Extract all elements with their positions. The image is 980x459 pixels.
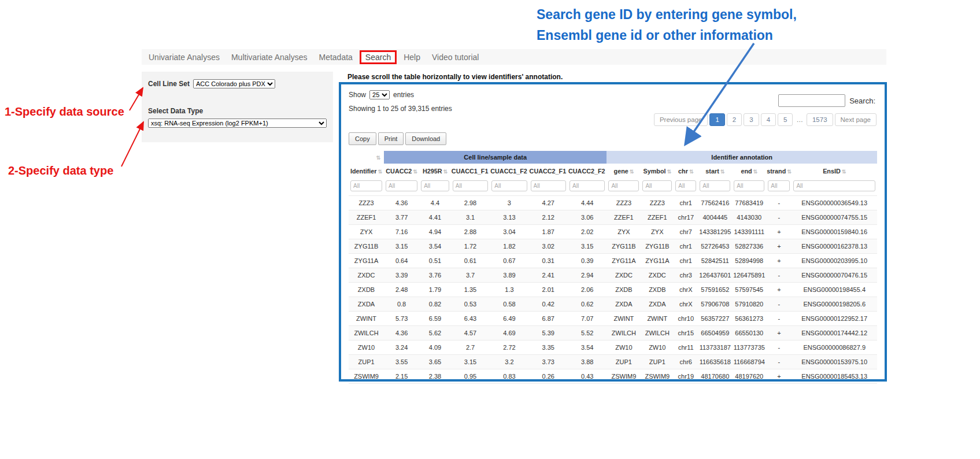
export-buttons: CopyPrintDownload bbox=[349, 132, 877, 145]
data-type-select[interactable]: xsq: RNA-seq Expression (log2 FPKM+1) bbox=[148, 119, 327, 128]
column-header-h295r[interactable]: H295R⇅ bbox=[419, 164, 451, 179]
copy-button[interactable]: Copy bbox=[349, 132, 376, 145]
annotation-step1: 1-Specify data source bbox=[5, 105, 124, 119]
table-row[interactable]: ZZEF13.774.413.13.132.123.06ZZEF1ZZEF1ch… bbox=[349, 210, 877, 225]
filter-input-start[interactable] bbox=[700, 180, 730, 191]
cell-cuacc2: 3.55 bbox=[384, 355, 419, 369]
column-label: Symbol bbox=[644, 168, 666, 175]
filter-input-strand[interactable] bbox=[768, 180, 790, 191]
column-header-cuacc2-f2[interactable]: CUACC2_F2⇅ bbox=[568, 164, 607, 179]
cell-gene: ZXDA bbox=[607, 297, 641, 312]
cell-symbol: ZZEF1 bbox=[641, 210, 674, 225]
cell-chr: chr10 bbox=[674, 312, 698, 326]
table-search-input[interactable] bbox=[778, 94, 845, 107]
page-button-2[interactable]: 2 bbox=[727, 113, 742, 126]
table-row[interactable]: ZYG11B3.153.541.721.823.023.15ZYG11BZYG1… bbox=[349, 239, 877, 254]
cell-cuacc1-f1: 6.43 bbox=[451, 312, 490, 326]
table-row[interactable]: ZWILCH4.365.624.574.695.395.52ZWILCHZWIL… bbox=[349, 326, 877, 340]
column-header-end[interactable]: end⇅ bbox=[732, 164, 766, 179]
column-label: Identifier bbox=[350, 168, 377, 175]
filter-input-cuacc2[interactable] bbox=[386, 180, 417, 191]
cell-h295r: 2.38 bbox=[419, 369, 451, 384]
filter-input-cuacc2-f1[interactable] bbox=[531, 180, 566, 191]
column-header-cuacc1-f1[interactable]: CUACC1_F1⇅ bbox=[451, 164, 490, 179]
cell-cuacc2: 3.39 bbox=[384, 268, 419, 283]
cell-chr: chr11 bbox=[674, 340, 698, 355]
filter-input-identifier[interactable] bbox=[350, 180, 382, 191]
table-row[interactable]: ZW103.244.092.72.723.353.54ZW10ZW10chr11… bbox=[349, 340, 877, 355]
page-length-select[interactable]: 25 bbox=[369, 90, 390, 99]
cell-cuacc2-f1: 4.27 bbox=[529, 196, 568, 210]
column-header-symbol[interactable]: Symbol⇅ bbox=[641, 164, 674, 179]
next-page-button[interactable]: Next page bbox=[835, 113, 877, 126]
sort-icon[interactable]: ⇅ bbox=[376, 155, 381, 161]
page-button-1[interactable]: 1 bbox=[709, 113, 724, 126]
cell-gene: ZZEF1 bbox=[607, 210, 641, 225]
column-label: CUACC2_F1 bbox=[530, 168, 567, 175]
cell-identifier: ZXDB bbox=[349, 283, 384, 297]
nav-item-metadata[interactable]: Metadata bbox=[313, 51, 358, 64]
column-header-identifier[interactable]: Identifier⇅ bbox=[349, 164, 384, 179]
cell-start: 126437601 bbox=[698, 268, 732, 283]
filter-input-end[interactable] bbox=[734, 180, 764, 191]
table-row[interactable]: ZXDB2.481.791.351.32.012.06ZXDBZXDBchrX5… bbox=[349, 283, 877, 297]
page-button-4[interactable]: 4 bbox=[761, 113, 776, 126]
cell-cuacc1-f2: 3.89 bbox=[490, 268, 528, 283]
cell-cuacc2: 5.73 bbox=[384, 312, 419, 326]
sort-icon: ⇅ bbox=[753, 169, 758, 175]
filter-cell-cuacc1-f1 bbox=[451, 179, 490, 196]
column-header-cuacc1-f2[interactable]: CUACC1_F2⇅ bbox=[490, 164, 528, 179]
column-header-chr[interactable]: chr⇅ bbox=[674, 164, 698, 179]
download-button[interactable]: Download bbox=[405, 132, 446, 145]
cell-strand: - bbox=[766, 210, 792, 225]
sort-icon: ⇅ bbox=[413, 169, 417, 175]
filter-input-h295r[interactable] bbox=[421, 180, 449, 191]
table-row[interactable]: ZYX7.164.942.883.041.872.02ZYXZYXchr7143… bbox=[349, 225, 877, 239]
nav-item-multivariate-analyses[interactable]: Multivariate Analyses bbox=[225, 51, 313, 64]
filter-cell-cuacc2-f2 bbox=[568, 179, 607, 196]
nav-item-video-tutorial[interactable]: Video tutorial bbox=[426, 51, 485, 64]
cell-h295r: 1.79 bbox=[419, 283, 451, 297]
cell-end: 52827336 bbox=[732, 239, 766, 254]
nav-item-univariate-analyses[interactable]: Univariate Analyses bbox=[143, 51, 225, 64]
column-header-cuacc2[interactable]: CUACC2⇅ bbox=[384, 164, 419, 179]
sort-icon: ⇅ bbox=[528, 169, 529, 175]
filter-input-cuacc2-f2[interactable] bbox=[569, 180, 605, 191]
column-label: end bbox=[741, 168, 752, 175]
filter-input-cuacc1-f2[interactable] bbox=[491, 180, 527, 191]
table-row[interactable]: ZUP13.553.653.153.23.733.88ZUP1ZUP1chr61… bbox=[349, 355, 877, 369]
cell-cuacc2-f2: 2.02 bbox=[568, 225, 607, 239]
cell-symbol: ZUP1 bbox=[641, 355, 674, 369]
cell-line-set-select[interactable]: ACC Colorado plus PDX bbox=[193, 79, 275, 88]
filter-input-chr[interactable] bbox=[675, 180, 696, 191]
cell-end: 56361273 bbox=[732, 312, 766, 326]
results-table: ⇅Cell line/sample dataIdentifier annotat… bbox=[349, 151, 877, 384]
column-header-start[interactable]: start⇅ bbox=[698, 164, 732, 179]
column-label: start bbox=[705, 168, 719, 175]
filter-input-ensid[interactable] bbox=[793, 180, 875, 191]
filter-input-symbol[interactable] bbox=[642, 180, 672, 191]
page-button-3[interactable]: 3 bbox=[744, 113, 759, 126]
table-row[interactable]: ZZZ34.364.42.9834.274.44ZZZ3ZZZ3chr17756… bbox=[349, 196, 877, 210]
table-row[interactable]: ZXDC3.393.763.73.892.412.94ZXDCZXDCchr31… bbox=[349, 268, 877, 283]
nav-item-help[interactable]: Help bbox=[398, 51, 426, 64]
filter-cell-h295r bbox=[419, 179, 451, 196]
page-button-5[interactable]: 5 bbox=[778, 113, 793, 126]
page-button-1573[interactable]: 1573 bbox=[807, 113, 833, 126]
column-header-gene[interactable]: gene⇅ bbox=[607, 164, 641, 179]
nav-item-search[interactable]: Search bbox=[360, 50, 397, 64]
previous-page-button[interactable]: Previous page bbox=[654, 113, 708, 126]
table-row[interactable]: ZXDA0.80.820.530.580.420.62ZXDAZXDAchrX5… bbox=[349, 297, 877, 312]
sort-icon: ⇅ bbox=[489, 169, 490, 175]
column-header-ensid[interactable]: EnsID⇅ bbox=[792, 164, 877, 179]
filter-input-gene[interactable] bbox=[608, 180, 639, 191]
column-header-strand[interactable]: strand⇅ bbox=[766, 164, 792, 179]
print-button[interactable]: Print bbox=[378, 132, 404, 145]
table-row[interactable]: ZSWIM92.152.380.950.830.260.43ZSWIM9ZSWI… bbox=[349, 369, 877, 384]
cell-cuacc2-f1: 6.87 bbox=[529, 312, 568, 326]
table-row[interactable]: ZYG11A0.640.510.610.670.310.39ZYG11AZYG1… bbox=[349, 254, 877, 268]
filter-input-cuacc1-f1[interactable] bbox=[453, 180, 488, 191]
cell-chr: chr15 bbox=[674, 326, 698, 340]
column-header-cuacc2-f1[interactable]: CUACC2_F1⇅ bbox=[529, 164, 568, 179]
table-row[interactable]: ZWINT5.736.596.436.496.877.07ZWINTZWINTc… bbox=[349, 312, 877, 326]
